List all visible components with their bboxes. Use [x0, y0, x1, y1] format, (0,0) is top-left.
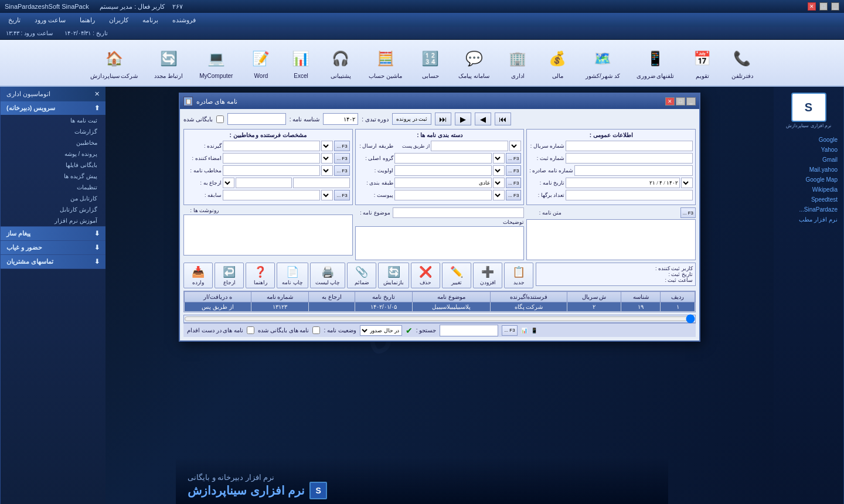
priority-f3[interactable]: F3 ... — [506, 165, 521, 176]
menu-folder[interactable]: پرونده / پوشه — [1, 148, 106, 159]
serial-input[interactable] — [566, 141, 693, 151]
bookmark-sinapardaze[interactable]: SinaPardaze... — [776, 205, 841, 214]
toolbar-machine-calc[interactable]: 🧮 ماشین حساب — [363, 43, 408, 83]
bookmark-mailyahoo[interactable]: Mail.yahoo — [776, 165, 841, 174]
toolbar-finance[interactable]: 💰 مالی — [540, 43, 575, 83]
maximize-btn[interactable]: □ — [819, 2, 828, 11]
menu-kartabl-report[interactable]: گزارش کارتابل — [1, 204, 106, 215]
bookmark-wikipedia[interactable]: Wikipedia — [776, 185, 841, 194]
toolbar-phone[interactable]: 📞 دفترتلفن — [724, 43, 760, 83]
action-attach[interactable]: 📎 ضمائم — [347, 263, 376, 288]
bookmark-google[interactable]: Google — [776, 135, 841, 144]
menu-date[interactable]: تاریخ — [6, 15, 23, 25]
recipient-dropdown[interactable]: ▼ — [321, 141, 333, 151]
floor-f3[interactable]: F3 ... — [506, 178, 521, 188]
attendance-header[interactable]: ⬇ حضور و غیاب — [1, 241, 106, 254]
bookmark-medical[interactable]: نرم افزار مطب — [776, 215, 841, 224]
action-help[interactable]: ❓ راهنما — [246, 263, 275, 288]
priority-input[interactable] — [394, 165, 492, 176]
search-f3[interactable]: F3 ... — [502, 325, 517, 336]
menu-contacts[interactable]: مخاطبین — [1, 137, 106, 148]
toolbar-support[interactable]: 🎧 پشتیبانی — [323, 43, 358, 83]
bookmark-googlemap[interactable]: Google Map — [776, 175, 841, 184]
toolbar-sms[interactable]: 💬 سامانه پیامک — [452, 43, 495, 83]
action-incoming[interactable]: 📥 وارده — [183, 263, 213, 288]
bookmark-gmail[interactable]: Gmail — [776, 155, 841, 164]
signer-input[interactable] — [223, 153, 320, 164]
nav-next[interactable]: ▶ — [455, 113, 471, 125]
menu-reports[interactable]: گزارشات — [1, 126, 106, 137]
menu-my-kartabl[interactable]: کارتابل من — [1, 193, 106, 204]
secretary-header[interactable]: ⬆ سرویس (دبیرخانه) — [1, 101, 106, 115]
action-refer[interactable]: ↩️ ارجاع — [215, 263, 244, 288]
menu-users[interactable]: کاربران — [107, 15, 131, 25]
sms-ref-input[interactable] — [293, 178, 349, 188]
previous-dropdown[interactable]: ▼ — [321, 190, 333, 200]
confirm-icon[interactable]: ✔ — [406, 326, 413, 335]
toolbar-citycode[interactable]: 🗺️ کد شهر/کشور — [580, 43, 626, 83]
floor-dropdown[interactable]: ▼ — [493, 178, 505, 188]
register-folder-btn[interactable]: ثبت در پرونده — [392, 113, 431, 125]
floor-input[interactable] — [394, 178, 492, 188]
action-delete[interactable]: ❌ حذف — [411, 263, 440, 288]
menu-archive-files[interactable]: بایگانی فایلها — [1, 159, 106, 171]
contact-input[interactable] — [223, 165, 320, 176]
signer-dropdown[interactable]: ▼ — [321, 153, 333, 164]
subject-input[interactable] — [393, 207, 525, 218]
toolbar-excel[interactable]: 📊 Excel — [283, 43, 318, 83]
send-from-input[interactable] — [431, 141, 509, 151]
recipient-f3[interactable]: F3 ... — [334, 141, 349, 151]
previous-f3[interactable]: F3 ... — [334, 190, 349, 200]
bookmark-yahoo[interactable]: Yahoo — [776, 145, 841, 154]
toolbar-calc[interactable]: 🔢 حسابی — [413, 43, 448, 83]
close-btn[interactable]: ✕ — [808, 2, 816, 11]
contact-f3[interactable]: F3 ... — [334, 165, 349, 176]
reg-num-input[interactable] — [566, 153, 693, 164]
nav-last[interactable]: ⏭ — [435, 113, 451, 125]
toolbar-reconnect[interactable]: 🔄 ارتباط مجدد — [148, 43, 189, 83]
bookmark-speedtest[interactable]: Speedtest — [776, 195, 841, 204]
menu-settings[interactable]: تنظیمات — [1, 182, 106, 193]
modal-minimize[interactable]: _ — [686, 97, 696, 105]
title-bar-controls[interactable]: _ □ ✕ — [808, 2, 839, 11]
toolbar-word[interactable]: 📝 Word — [243, 43, 278, 83]
attachment-input[interactable] — [394, 190, 492, 200]
letter-date-dropdown[interactable]: ▼ — [681, 178, 693, 188]
archive-status-checkbox[interactable] — [312, 326, 320, 334]
priority-dropdown[interactable]: ▼ — [493, 165, 505, 176]
main-group-f3[interactable]: F3 ... — [506, 153, 521, 164]
attachment-dropdown[interactable]: ▼ — [493, 190, 505, 200]
action-edit[interactable]: ✏️ تغییر — [442, 263, 471, 288]
sms-dropdown[interactable]: ▼ — [223, 178, 234, 188]
message-header[interactable]: ⬇ پیغام ساز — [1, 227, 106, 240]
pages-input[interactable] — [566, 190, 693, 200]
menu-program[interactable]: برنامه — [140, 15, 161, 25]
main-group-input[interactable] — [394, 153, 492, 164]
nav-prev[interactable]: ◀ — [475, 113, 491, 125]
toolbar-emergency[interactable]: 📱 تلفنهای ضروری — [631, 43, 680, 83]
action-new[interactable]: 📋 جدید — [504, 263, 533, 288]
attachment-f3[interactable]: F3 ... — [506, 190, 521, 200]
menu-presets[interactable]: پیش گزیده ها — [1, 171, 106, 182]
letter-text-f3[interactable]: F3 ... — [680, 207, 696, 218]
toolbar-mycomputer[interactable]: 💻 MyComputer — [193, 43, 239, 83]
recipient-input[interactable] — [223, 141, 320, 151]
modal-close[interactable]: ✕ — [665, 97, 675, 105]
contact-dropdown[interactable]: ▼ — [321, 165, 333, 176]
menu-vendor[interactable]: فروشنده — [170, 15, 198, 25]
send-method-dropdown[interactable]: ▼ — [509, 141, 521, 151]
notes-input[interactable] — [355, 226, 525, 260]
main-group-dropdown[interactable]: ▼ — [493, 153, 505, 164]
letter-date-input[interactable] — [566, 178, 680, 188]
sms-mini-input[interactable] — [236, 178, 292, 188]
action-print-list[interactable]: 🖨️ چاپ لیست — [310, 263, 346, 288]
toolbar-company[interactable]: 🏠 شرکت سیناپردازش — [84, 43, 144, 83]
action-refresh[interactable]: 🔄 بازنمایش — [378, 263, 409, 288]
menu-help[interactable]: راهنما — [77, 15, 97, 25]
table-row[interactable]: ۱ ۱۹ ۲ شرکت پگاه پلاسبیلیبیلاسیبیل ۱۴۰۲/… — [185, 302, 695, 312]
menu-tutorial[interactable]: آموزش نرم افزار — [1, 215, 106, 226]
handwriting-input[interactable] — [183, 214, 353, 256]
minimize-btn[interactable]: _ — [831, 2, 839, 11]
modal-maximize[interactable]: □ — [676, 97, 685, 105]
period-input[interactable] — [323, 113, 358, 125]
